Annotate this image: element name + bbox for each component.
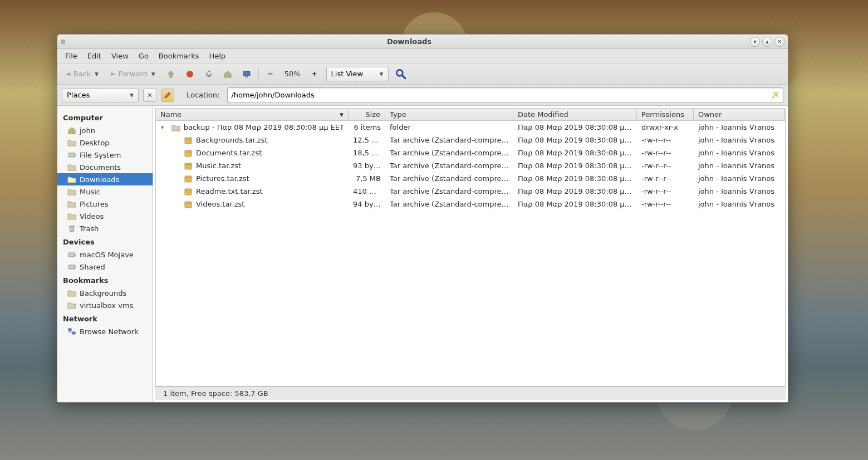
file-row[interactable]: Documents.tar.zst18,5 MBTar archive (Zst…: [156, 146, 785, 159]
sidebar-item-icon: [67, 288, 76, 297]
file-permissions: -rw-r--r--: [637, 187, 694, 195]
sidebar-item-label: Documents: [80, 163, 121, 172]
places-combo[interactable]: Places ▼: [62, 88, 139, 102]
reload-button[interactable]: [202, 67, 216, 81]
sidebar-item-music[interactable]: Music: [57, 185, 153, 198]
sidebar-item-macos-mojave[interactable]: macOS Mojave: [57, 248, 153, 261]
zoom-in-button[interactable]: +: [307, 67, 322, 81]
menu-view[interactable]: View: [107, 50, 133, 62]
back-arrow-icon: ◄: [66, 70, 70, 77]
sidebar-item-documents[interactable]: Documents: [57, 161, 153, 173]
menu-edit[interactable]: Edit: [83, 50, 106, 62]
file-name: Music.tar.zst: [196, 162, 241, 170]
up-arrow-icon: [166, 70, 175, 79]
location-entry[interactable]: [227, 87, 783, 103]
file-row[interactable]: Backgrounds.tar.zst12,5 MBTar archive (Z…: [156, 134, 785, 146]
sidebar-item-backgrounds[interactable]: Backgrounds: [57, 287, 153, 299]
file-size: 18,5 MB: [349, 149, 385, 157]
svg-rect-20: [187, 178, 189, 180]
column-headers: Name▼ Size Type Date Modified Permission…: [156, 109, 785, 121]
sidebar-item-shared[interactable]: Shared: [57, 261, 153, 273]
zoom-out-button[interactable]: −: [263, 67, 278, 81]
close-button[interactable]: ✕: [774, 37, 784, 47]
window-menu-icon[interactable]: [61, 40, 65, 44]
sidebar-item-pictures[interactable]: Pictures: [57, 198, 153, 210]
sidebar-item-label: Backgrounds: [80, 289, 126, 297]
file-name: Documents.tar.zst: [196, 149, 262, 157]
sidebar-item-file-system[interactable]: File System: [57, 149, 153, 161]
file-size: 6 items: [349, 123, 385, 131]
statusbar: 1 item, Free space: 583,7 GB: [155, 386, 786, 400]
menu-go[interactable]: Go: [134, 50, 153, 62]
stop-button[interactable]: [183, 67, 197, 81]
archive-icon: [184, 162, 193, 170]
column-date[interactable]: Date Modified: [513, 109, 637, 120]
sidebar-item-icon: [67, 301, 76, 310]
close-side-pane-button[interactable]: ✕: [143, 89, 156, 102]
back-history-dropdown-icon: ▼: [95, 71, 99, 77]
column-owner[interactable]: Owner: [694, 109, 785, 120]
file-row[interactable]: Music.tar.zst93 bytesTar archive (Zstand…: [156, 159, 785, 172]
sidebar-item-john[interactable]: john: [57, 124, 153, 136]
minimize-button[interactable]: ▾: [750, 37, 760, 47]
home-button[interactable]: [220, 67, 235, 81]
sidebar-item-trash[interactable]: Trash: [57, 222, 153, 234]
svg-point-10: [73, 267, 75, 268]
sidebar-item-icon: [67, 250, 76, 259]
titlebar[interactable]: Downloads ▾ ▴ ✕: [57, 35, 788, 49]
file-permissions: -rw-r--r--: [637, 174, 694, 183]
up-button[interactable]: [164, 67, 178, 81]
file-size: 7,5 MB: [349, 174, 385, 183]
svg-rect-6: [69, 226, 75, 227]
menu-file[interactable]: File: [61, 50, 82, 62]
file-type: Tar archive (Zstandard-compressed): [385, 174, 513, 183]
file-owner: john - Ioannis Vranos: [694, 174, 785, 183]
sidebar-item-desktop[interactable]: Desktop: [57, 136, 153, 149]
sidebar-item-label: Downloads: [80, 175, 119, 184]
file-owner: john - Ioannis Vranos: [694, 136, 785, 144]
file-row[interactable]: Pictures.tar.zst7,5 MBTar archive (Zstan…: [156, 172, 785, 185]
column-name[interactable]: Name▼: [156, 109, 349, 120]
column-size[interactable]: Size: [349, 109, 385, 120]
toolbar: ◄ Back ▼ ► Forward ▼ − 50% + List View: [57, 63, 788, 85]
file-permissions: -rw-r--r--: [637, 200, 694, 208]
sidebar-item-label: Shared: [80, 263, 105, 271]
sidebar-item-icon: [67, 175, 76, 184]
column-permissions[interactable]: Permissions: [637, 109, 694, 120]
sidebar-item-downloads[interactable]: Downloads: [57, 173, 153, 185]
sidebar-item-virtualbox-vms[interactable]: virtualbox vms: [57, 299, 153, 311]
svg-rect-2: [245, 76, 248, 77]
column-type[interactable]: Type: [385, 109, 513, 120]
clear-location-icon[interactable]: [771, 91, 779, 100]
edit-location-toggle[interactable]: [161, 89, 174, 102]
svg-point-8: [73, 255, 75, 256]
back-button[interactable]: ◄ Back ▼: [62, 67, 102, 81]
sidebar-item-label: Pictures: [80, 200, 108, 208]
file-row[interactable]: ▾backup - Παρ 08 Μαρ 2019 08:30:08 μμ EE…: [156, 121, 785, 134]
sidebar-item-videos[interactable]: Videos: [57, 210, 153, 222]
archive-icon: [184, 149, 193, 158]
forward-button[interactable]: ► Forward ▼: [107, 67, 159, 81]
svg-rect-16: [187, 153, 189, 154]
location-input[interactable]: [231, 91, 771, 99]
computer-button[interactable]: [239, 67, 254, 81]
file-rows[interactable]: ▾backup - Παρ 08 Μαρ 2019 08:30:08 μμ EE…: [156, 121, 785, 386]
file-row[interactable]: Videos.tar.zst94 bytesTar archive (Zstan…: [156, 198, 785, 211]
file-date: Παρ 08 Μαρ 2019 08:30:08 μμ EET: [513, 123, 637, 131]
maximize-button[interactable]: ▴: [762, 37, 772, 47]
file-manager-window: Downloads ▾ ▴ ✕ File Edit View Go Bookma…: [57, 34, 788, 403]
menu-bookmarks[interactable]: Bookmarks: [154, 50, 204, 62]
archive-icon: [184, 136, 193, 145]
menu-help[interactable]: Help: [204, 50, 230, 62]
menubar: File Edit View Go Bookmarks Help: [57, 49, 788, 63]
expander-icon[interactable]: ▾: [160, 124, 165, 130]
svg-rect-14: [187, 140, 189, 141]
file-row[interactable]: Readme.txt.tar.zst410 bytesTar archive (…: [156, 185, 785, 198]
file-date: Παρ 08 Μαρ 2019 08:30:08 μμ EET: [513, 174, 637, 183]
sidebar-item-label: Browse Network: [80, 327, 139, 336]
file-size: 410 bytes: [349, 187, 385, 195]
view-mode-select[interactable]: List View ▼: [326, 67, 389, 81]
sidebar-item-browse-network[interactable]: Browse Network: [57, 325, 153, 337]
svg-rect-22: [187, 191, 189, 193]
search-button[interactable]: [393, 66, 409, 82]
